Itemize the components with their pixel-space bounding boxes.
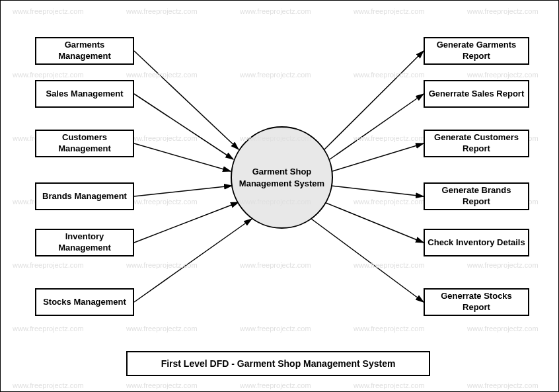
input-entity-box: Sales Management — [35, 80, 134, 108]
svg-line-8 — [332, 143, 424, 171]
watermark-text: www.freeprojectz.com — [354, 381, 425, 389]
output-entity-box: Generate Garments Report — [424, 37, 529, 65]
watermark-text: www.freeprojectz.com — [13, 71, 84, 79]
diagram-caption-label: First Level DFD - Garment Shop Managemen… — [161, 358, 396, 369]
watermark-text: www.freeprojectz.com — [467, 71, 539, 79]
svg-line-1 — [134, 94, 233, 159]
watermark-text: www.freeprojectz.com — [467, 261, 539, 269]
output-entity-box: Generate Brands Report — [424, 182, 529, 210]
input-entity-box: Brands Management — [35, 182, 134, 210]
output-entity-label: Generate Garments Report — [428, 40, 525, 62]
center-process-label: Garment Shop Management System — [239, 166, 325, 189]
watermark-text: www.freeprojectz.com — [13, 381, 84, 389]
output-entity-box: Check Inventory Details — [424, 229, 529, 256]
watermark-text: www.freeprojectz.com — [126, 261, 198, 269]
watermark-text: www.freeprojectz.com — [467, 325, 539, 333]
watermark-text: www.freeprojectz.com — [126, 325, 198, 333]
watermark-text: www.freeprojectz.com — [126, 7, 198, 15]
svg-line-5 — [134, 219, 252, 302]
watermark-text: www.freeprojectz.com — [354, 198, 425, 206]
watermark-text: www.freeprojectz.com — [240, 261, 311, 269]
watermark-text: www.freeprojectz.com — [126, 198, 198, 206]
watermark-text: www.freeprojectz.com — [13, 325, 84, 333]
input-entity-label: Brands Management — [42, 191, 127, 202]
output-entity-label: Generate Brands Report — [428, 185, 525, 208]
watermark-text: www.freeprojectz.com — [354, 134, 425, 142]
watermark-text: www.freeprojectz.com — [13, 7, 84, 15]
svg-line-6 — [324, 51, 424, 149]
svg-line-3 — [134, 186, 232, 196]
watermark-text: www.freeprojectz.com — [126, 71, 198, 79]
svg-line-7 — [330, 94, 424, 159]
output-entity-label: Generrate Sales Report — [429, 89, 525, 100]
output-entity-box: Generrate Stocks Report — [424, 288, 529, 316]
watermark-text: www.freeprojectz.com — [354, 325, 425, 333]
watermark-text: www.freeprojectz.com — [126, 134, 198, 142]
output-entity-label: Generate Customers Report — [428, 132, 525, 155]
diagram-caption-box: First Level DFD - Garment Shop Managemen… — [126, 351, 430, 376]
input-entity-box: Garments Management — [35, 37, 134, 65]
svg-line-9 — [331, 186, 424, 196]
watermark-text: www.freeprojectz.com — [467, 7, 539, 15]
watermark-text: www.freeprojectz.com — [126, 381, 198, 389]
input-entity-label: Stocks Management — [43, 297, 126, 308]
input-entity-label: Inventory Management — [39, 231, 130, 254]
svg-line-10 — [324, 202, 424, 243]
watermark-text: www.freeprojectz.com — [240, 71, 311, 79]
output-entity-label: Generrate Stocks Report — [428, 291, 525, 313]
watermark-text: www.freeprojectz.com — [354, 7, 425, 15]
watermark-text: www.freeprojectz.com — [240, 381, 311, 389]
input-entity-box: Inventory Management — [35, 229, 134, 256]
watermark-text: www.freeprojectz.com — [354, 71, 425, 79]
center-process-circle: Garment Shop Management System — [231, 126, 333, 229]
output-entity-box: Generrate Sales Report — [424, 80, 529, 108]
svg-line-2 — [134, 143, 231, 171]
watermark-text: www.freeprojectz.com — [13, 261, 84, 269]
watermark-text: www.freeprojectz.com — [467, 381, 539, 389]
output-entity-box: Generate Customers Report — [424, 130, 529, 157]
input-entity-box: Customers Management — [35, 130, 134, 157]
input-entity-label: Sales Management — [46, 89, 123, 100]
watermark-text: www.freeprojectz.com — [354, 261, 425, 269]
svg-line-0 — [134, 51, 239, 149]
input-entity-box: Stocks Management — [35, 288, 134, 316]
watermark-text: www.freeprojectz.com — [240, 7, 311, 15]
input-entity-label: Customers Management — [39, 132, 130, 155]
svg-line-11 — [311, 219, 424, 302]
svg-line-4 — [134, 202, 239, 243]
output-entity-label: Check Inventory Details — [428, 237, 525, 249]
watermark-text: www.freeprojectz.com — [240, 325, 311, 333]
input-entity-label: Garments Management — [39, 40, 130, 62]
